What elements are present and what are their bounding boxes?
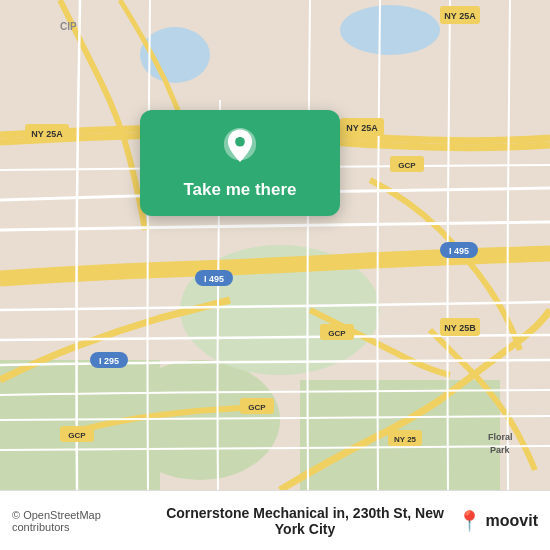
take-me-there-popup[interactable]: Take me there (140, 110, 340, 216)
copyright-text: © OpenStreetMap contributors (12, 509, 154, 533)
map-svg: NY 25A NY 25A NY 25A I 495 I 495 I 295 G… (0, 0, 550, 490)
svg-text:GCP: GCP (68, 431, 86, 440)
svg-text:I 295: I 295 (99, 356, 119, 366)
svg-text:I 495: I 495 (204, 274, 224, 284)
svg-text:GCP: GCP (328, 329, 346, 338)
svg-text:Floral: Floral (488, 432, 513, 442)
location-info: Cornerstone Mechanical in, 230th St, New… (164, 505, 447, 537)
svg-text:Park: Park (490, 445, 511, 455)
map-container: NY 25A NY 25A NY 25A I 495 I 495 I 295 G… (0, 0, 550, 490)
svg-text:I 495: I 495 (449, 246, 469, 256)
svg-text:NY 25A: NY 25A (444, 11, 476, 21)
svg-text:GCP: GCP (248, 403, 266, 412)
svg-text:CIP: CIP (60, 21, 77, 32)
moovit-brand: moovit (486, 512, 538, 530)
take-me-there-button[interactable]: Take me there (183, 180, 296, 200)
svg-point-38 (235, 137, 245, 147)
moovit-pin-icon: 📍 (457, 509, 482, 533)
svg-point-5 (340, 5, 440, 55)
svg-text:NY 25A: NY 25A (346, 123, 378, 133)
svg-text:NY 25A: NY 25A (31, 129, 63, 139)
svg-text:NY 25B: NY 25B (444, 323, 476, 333)
map-pin-icon (219, 128, 261, 170)
moovit-logo: 📍 moovit (457, 509, 538, 533)
svg-text:NY 25: NY 25 (394, 435, 417, 444)
svg-text:GCP: GCP (398, 161, 416, 170)
bottom-bar: © OpenStreetMap contributors Cornerstone… (0, 490, 550, 550)
